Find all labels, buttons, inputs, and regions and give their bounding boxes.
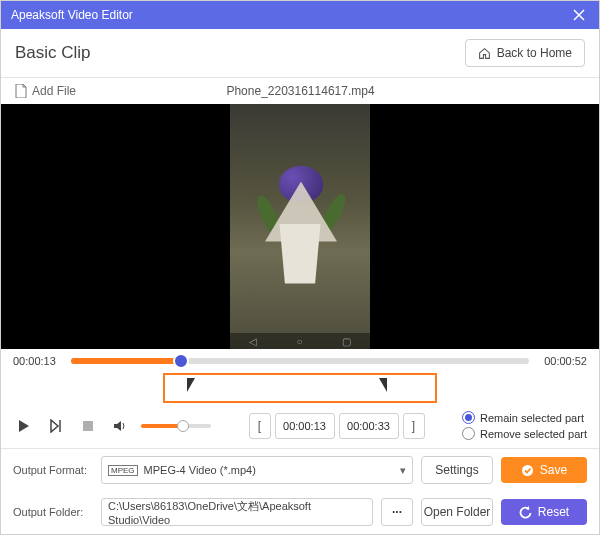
format-badge-icon: MPEG — [108, 465, 138, 476]
output-folder-label: Output Folder: — [13, 506, 93, 518]
output-format-select[interactable]: MPEG MPEG-4 Video (*.mp4) ▾ — [101, 456, 413, 484]
seek-bar[interactable] — [71, 358, 529, 364]
set-start-button[interactable]: [ — [249, 413, 271, 439]
back-to-home-label: Back to Home — [497, 46, 572, 60]
svg-rect-1 — [83, 421, 93, 431]
reset-button[interactable]: Reset — [501, 499, 587, 525]
settings-button[interactable]: Settings — [421, 456, 493, 484]
add-file-label: Add File — [32, 84, 76, 98]
back-to-home-button[interactable]: Back to Home — [465, 39, 585, 67]
output-folder-input[interactable]: C:\Users\86183\OneDrive\文档\Apeaksoft Stu… — [101, 498, 373, 526]
close-icon[interactable] — [569, 5, 589, 25]
open-folder-button[interactable]: Open Folder — [421, 498, 493, 526]
add-file-button[interactable]: Add File — [15, 84, 76, 98]
clip-start-handle[interactable] — [187, 378, 195, 392]
remove-selected-radio[interactable]: Remove selected part — [462, 427, 587, 440]
next-frame-button[interactable] — [45, 415, 67, 437]
app-title: Apeaksoft Video Editor — [11, 8, 133, 22]
save-label: Save — [540, 463, 567, 477]
clip-end-input[interactable]: 00:00:33 — [339, 413, 399, 439]
current-filename: Phone_220316114617.mp4 — [86, 84, 515, 98]
remove-selected-label: Remove selected part — [480, 428, 587, 440]
settings-label: Settings — [435, 463, 478, 477]
clip-range-bar[interactable] — [163, 373, 437, 403]
svg-point-2 — [522, 465, 533, 476]
reset-icon — [519, 506, 532, 519]
time-current: 00:00:13 — [13, 355, 63, 367]
stop-button[interactable] — [77, 415, 99, 437]
time-total: 00:00:52 — [537, 355, 587, 367]
volume-slider[interactable] — [141, 424, 211, 428]
home-icon — [478, 47, 491, 60]
browse-folder-button[interactable]: ··· — [381, 498, 413, 526]
chevron-down-icon: ▾ — [400, 464, 406, 477]
volume-icon[interactable] — [109, 415, 131, 437]
play-button[interactable] — [13, 415, 35, 437]
clip-start-input[interactable]: 00:00:13 — [275, 413, 335, 439]
phone-nav-bar: ◁○▢ — [230, 333, 370, 349]
remain-selected-radio[interactable]: Remain selected part — [462, 411, 587, 424]
output-format-value: MPEG-4 Video (*.mp4) — [144, 464, 256, 476]
open-folder-label: Open Folder — [424, 505, 491, 519]
set-end-button[interactable]: ] — [403, 413, 425, 439]
file-icon — [15, 84, 27, 98]
remain-selected-label: Remain selected part — [480, 412, 584, 424]
page-title: Basic Clip — [15, 43, 91, 63]
clip-end-handle[interactable] — [379, 378, 387, 392]
video-preview: ◁○▢ — [1, 104, 599, 349]
seek-knob[interactable] — [173, 353, 189, 369]
output-folder-value: C:\Users\86183\OneDrive\文档\Apeaksoft Stu… — [108, 499, 366, 526]
save-button[interactable]: Save — [501, 457, 587, 483]
output-format-label: Output Format: — [13, 464, 93, 476]
reset-label: Reset — [538, 505, 569, 519]
check-icon — [521, 464, 534, 477]
